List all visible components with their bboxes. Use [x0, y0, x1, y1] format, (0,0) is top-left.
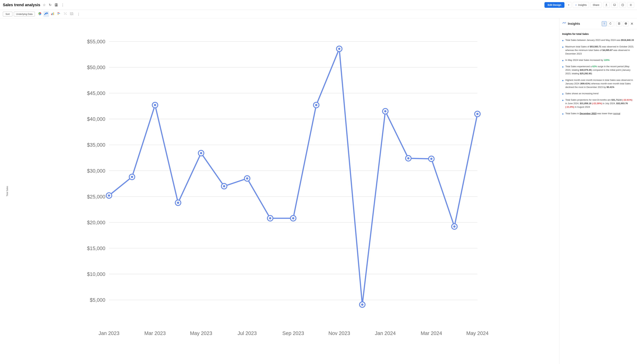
refresh-button[interactable]: ↻	[48, 2, 52, 8]
history-button[interactable]	[619, 2, 626, 8]
chart-type-pie[interactable]	[37, 11, 43, 17]
insights-toolbar: T	[602, 21, 634, 26]
insight-diamond-4: ◆	[562, 66, 563, 75]
chart-type-hbar[interactable]	[56, 11, 62, 17]
save-button[interactable]	[54, 3, 59, 7]
insight-item-1: ◆ Total Sales between January 2023 and M…	[562, 38, 634, 42]
svg-point-78	[384, 110, 386, 112]
chart-area: Total Sales $55,000$50,000$45,000$40,000…	[0, 18, 559, 364]
insight-item-2: ◆ Maximum total Sales of $53,583.71 was …	[562, 45, 634, 56]
upload-button[interactable]	[603, 2, 610, 8]
svg-rect-1	[56, 4, 57, 4]
header-left: Sales trend analysis ☆ ↻ ⋮	[3, 2, 65, 8]
line-chart: $55,000$50,000$45,000$40,000$35,000$30,0…	[13, 22, 556, 354]
chart-toolbar: Sort Underlying Data	[0, 10, 637, 18]
svg-point-62	[200, 152, 202, 154]
insights-divider	[615, 22, 615, 26]
settings-button[interactable]	[627, 2, 634, 8]
svg-text:Jul 2023: Jul 2023	[238, 330, 257, 336]
svg-rect-11	[52, 13, 53, 15]
svg-text:Nov 2023: Nov 2023	[328, 330, 350, 336]
add-button[interactable]: +	[566, 2, 571, 8]
svg-point-84	[453, 225, 456, 228]
insights-panel-icon	[562, 21, 566, 26]
insights-refresh-btn[interactable]	[608, 21, 613, 26]
insight-item-3: ◆ In May 2024 total Sales increased by 1…	[562, 58, 634, 62]
svg-rect-10	[51, 14, 52, 15]
svg-text:$5,000: $5,000	[90, 297, 106, 303]
svg-point-60	[177, 202, 179, 204]
svg-text:$50,000: $50,000	[87, 64, 105, 70]
insights-panel: Insights T	[559, 18, 637, 364]
insights-globe-btn[interactable]	[623, 21, 629, 26]
insights-doc-btn[interactable]	[616, 21, 622, 26]
insight-text-5: Highest month-over-month increase in tot…	[565, 78, 634, 89]
edit-design-button[interactable]: Edit Design	[544, 2, 564, 8]
sort-button[interactable]: Sort	[3, 12, 13, 16]
insight-item-5: ◆ Highest month-over-month increase in t…	[562, 78, 634, 89]
svg-point-74	[338, 48, 340, 50]
app-header: Sales trend analysis ☆ ↻ ⋮ Edit Design +…	[0, 0, 637, 10]
toolbar-more-button[interactable]: ⋮	[76, 12, 81, 17]
svg-text:Jan 2023: Jan 2023	[99, 330, 120, 336]
insights-text-btn[interactable]: T	[602, 21, 606, 26]
insight-diamond-7: ◆	[562, 99, 563, 109]
svg-point-68	[269, 217, 271, 219]
svg-point-64	[223, 185, 225, 187]
insights-header-icon: ⟡	[575, 3, 577, 6]
svg-rect-2	[55, 5, 57, 6]
svg-text:Mar 2023: Mar 2023	[144, 330, 166, 336]
insights-panel-header: Insights T	[559, 18, 637, 29]
insight-item-8: ◆ Total Sales in December 2023 was lower…	[562, 112, 634, 115]
chart-type-line[interactable]	[43, 11, 49, 17]
insight-diamond-3: ◆	[562, 59, 563, 62]
insights-header-button[interactable]: ⟡ Insights	[573, 2, 589, 8]
svg-point-70	[292, 217, 294, 219]
svg-text:$35,000: $35,000	[87, 142, 105, 148]
insight-diamond-2: ◆	[562, 46, 563, 56]
svg-point-54	[108, 194, 110, 197]
insight-text-3: In May 2024 total Sales increased by 120…	[565, 58, 609, 62]
chart-type-bar[interactable]	[50, 11, 55, 17]
svg-point-66	[246, 177, 248, 180]
comment-button[interactable]	[611, 2, 618, 8]
svg-text:$15,000: $15,000	[87, 246, 105, 251]
svg-point-20	[64, 12, 65, 13]
insight-item-7: ◆ Total Sales projections for next 3 mon…	[562, 98, 634, 109]
insight-text-8: Total Sales in December 2023 was lower t…	[565, 112, 620, 115]
favorite-button[interactable]: ☆	[42, 2, 46, 8]
svg-point-56	[131, 176, 133, 178]
svg-text:Sep 2023: Sep 2023	[282, 330, 304, 336]
share-button[interactable]: Share	[590, 2, 602, 8]
insights-panel-title: Insights	[568, 22, 580, 26]
app-title: Sales trend analysis	[3, 3, 40, 7]
insights-section-title: Insights for total Sales	[562, 32, 634, 36]
insight-item-4: ◆ Total Sales experienced a 62% surge in…	[562, 65, 634, 75]
insights-title: Insights	[562, 21, 580, 26]
svg-point-8	[47, 12, 47, 13]
svg-rect-13	[58, 12, 59, 13]
svg-point-16	[64, 14, 65, 15]
insight-text-6: Sales shows an increasing trend	[565, 92, 598, 95]
more-options-button[interactable]: ⋮	[60, 2, 65, 8]
svg-text:May 2023: May 2023	[190, 330, 212, 336]
svg-rect-15	[58, 14, 59, 15]
svg-point-7	[46, 14, 47, 14]
chart-type-map[interactable]	[69, 11, 75, 17]
main-content: Total Sales $55,000$50,000$45,000$40,000…	[0, 18, 637, 364]
svg-text:$10,000: $10,000	[87, 271, 105, 277]
svg-text:$30,000: $30,000	[87, 168, 105, 174]
chart-type-scatter[interactable]	[63, 11, 68, 17]
svg-text:$40,000: $40,000	[87, 116, 105, 122]
svg-point-82	[430, 158, 432, 160]
svg-point-72	[315, 104, 317, 106]
svg-rect-14	[58, 13, 60, 14]
svg-text:$25,000: $25,000	[87, 194, 105, 200]
svg-point-87	[564, 22, 565, 23]
insights-close-button[interactable]: ✕	[630, 21, 634, 26]
svg-text:$20,000: $20,000	[87, 220, 105, 225]
insight-text-7: Total Sales projections for next 3 month…	[565, 98, 634, 109]
underlying-data-button[interactable]: Underlying Data	[14, 12, 35, 16]
insight-text-4: Total Sales experienced a 62% surge in t…	[565, 65, 634, 75]
svg-rect-12	[53, 12, 54, 15]
